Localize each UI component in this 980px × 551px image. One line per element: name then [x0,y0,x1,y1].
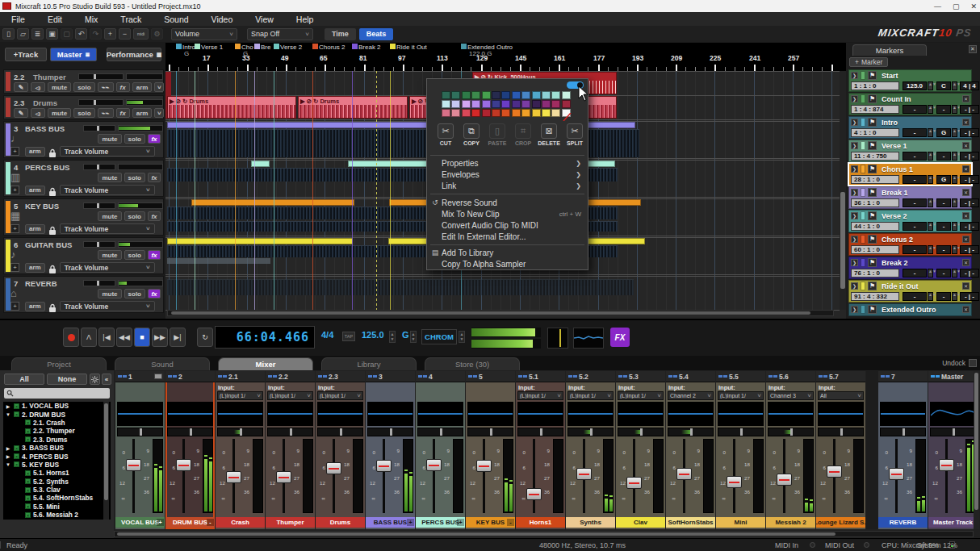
marker-tempo[interactable]: - [903,128,927,137]
color-swatch[interactable] [532,100,541,108]
channel-label[interactable]: PERCS BUS+ [416,517,465,528]
copy-icon[interactable]: ⧉COPY [459,123,484,146]
tree-item[interactable]: ✕5.5. Mini [3,503,111,511]
collapse-panel-button[interactable]: « [102,374,111,385]
speaker-icon[interactable]: ◁) [31,82,45,92]
color-swatch[interactable] [512,109,521,117]
filter-all-button[interactable]: All [4,374,44,385]
go-to-end-button[interactable]: ▶| [170,328,186,347]
audio-clip-drums[interactable]: ▶⊘↻Drums [298,96,408,119]
track-guitar-bus[interactable]: 6GUITAR BUS♪mutesolofx+armTrack Volume˅ [3,237,164,274]
chevron-collapsed-icon[interactable]: ▶ [5,403,11,409]
color-swatch[interactable] [542,100,551,108]
delete-icon[interactable]: ⊠DELETE [537,123,561,146]
pan-thumb[interactable] [290,428,292,436]
pan-thumb[interactable] [140,428,142,436]
key-spinner[interactable]: ▲▼ [952,175,957,184]
arm-button[interactable]: arm [132,82,153,92]
scissors-icon[interactable]: ✂CUT [433,123,458,146]
delete-marker-icon[interactable]: ✕ [962,236,970,243]
channel-strip-5.7[interactable]: 5.7Input:All˅0612∞9182736Lounge Lizard S… [816,371,865,529]
expand-channel-button[interactable]: - [507,519,514,526]
marker-flag-icon[interactable] [274,44,279,49]
mute-button[interactable]: mute [98,289,121,298]
marker-row-intro[interactable]: ❯⚑Intro✕4 : 1 : 0-▲▼G▲▼- | - [848,116,972,139]
channel-strip-5.2[interactable]: 5.2Input:(L)Input 1/˅0612∞9182736Synths [566,371,615,529]
solo-button[interactable]: solo [124,211,145,221]
marker-flag-icon[interactable] [352,44,358,49]
channel-label[interactable]: KEY BUS- [466,517,515,528]
fx-button[interactable]: fx [148,250,161,260]
channel-label[interactable]: Crash [216,517,265,528]
audio-clip-drums[interactable]: ▶⊘↻Drums [167,96,296,119]
marker-position[interactable]: 36 : 1 : 0 [851,198,899,207]
tree-item[interactable]: ▼✕5. KEY BUS [3,461,111,469]
channel-strip-4[interactable]: 40612∞9182736PERCS BUS+ [416,371,465,529]
go-to-start-button[interactable]: |◀ [98,328,115,347]
menu-edit[interactable]: Edit [36,15,73,24]
marker-key[interactable]: G [936,128,951,137]
checkbox-icon[interactable]: ✕ [14,403,19,409]
checkbox-icon[interactable]: ✕ [25,478,31,484]
marker-position[interactable]: 76 : 1 : 0 [851,269,899,278]
color-swatch[interactable] [542,109,551,117]
eq-display[interactable] [930,402,976,426]
marker-flag-icon[interactable] [254,44,260,49]
delete-marker-icon[interactable]: ✕ [962,142,970,149]
marker-color-chip[interactable] [861,141,865,150]
marker-timesig[interactable]: - | - [960,198,979,207]
input-select[interactable]: (L)Input 1/˅ [267,391,313,400]
pencil-icon[interactable]: ✎ [14,82,28,92]
color-swatch[interactable] [471,100,480,108]
marker-row-start[interactable]: ❯⚑Start1 : 1 : 0125.0▲▼C▲▼4 | 4 [848,69,972,92]
clip-wave-reverb[interactable] [167,279,634,295]
beats-mode-button[interactable]: Beats [359,28,394,40]
arm-button[interactable]: arm [25,302,45,311]
tree-scrollbar[interactable] [103,402,109,520]
input-select[interactable]: All˅ [818,391,864,400]
color-swatch[interactable] [462,100,471,108]
delete-marker-icon[interactable]: ✕ [962,95,970,102]
pan-thumb[interactable] [590,428,593,436]
redo-icon[interactable]: ↷ [90,28,102,40]
expand-channel-button[interactable]: + [457,519,464,526]
color-swatch[interactable] [532,91,541,99]
color-swatch[interactable] [492,91,500,99]
input-select[interactable]: (L)Input 1/˅ [217,391,263,400]
tree-item[interactable]: ✕5.4. SoftHornStabs [3,494,111,502]
expand-channel-button[interactable]: + [407,519,414,526]
eq-display[interactable] [417,402,463,426]
tab-sound[interactable]: Sound [115,357,210,370]
menu-mix[interactable]: Mix [73,15,109,24]
color-swatch[interactable] [512,100,521,108]
no-loop-icon[interactable]: ⊘ [418,98,423,105]
marker-timesig[interactable]: - | - [960,222,979,231]
eq-display[interactable] [367,402,413,426]
marker-timesig[interactable]: - | - [960,152,979,161]
checkbox-icon[interactable]: ✕ [14,445,19,451]
menu-view[interactable]: View [244,15,285,24]
time-mode-button[interactable]: Time [325,28,356,40]
add-track-button[interactable]: +Track [5,48,47,61]
solo-button[interactable]: solo [124,250,145,260]
marker-position[interactable]: 1 : 1 : 0 [851,81,899,90]
channel-strip-5.1[interactable]: 5.1Input:(L)Input 1/˅0612∞9182736Horns1 [516,371,565,529]
checkbox-icon[interactable]: ✕ [25,503,31,509]
color-swatch[interactable] [551,100,560,108]
pan-thumb[interactable] [640,428,643,436]
eq-display[interactable] [267,402,313,426]
mute-button[interactable]: mute [98,250,121,260]
pan-slider[interactable] [167,428,213,436]
key-spinner[interactable]: ▲▼ [952,105,957,114]
color-swatch[interactable] [501,100,510,108]
channel-strip-2.1[interactable]: 2.1Input:(L)Input 1/˅0612∞9182736Crash [216,371,265,529]
undock-button[interactable]: Undock [942,359,965,367]
color-swatch[interactable] [442,100,450,108]
input-select[interactable]: (L)Input 1/˅ [517,391,563,400]
checkbox-icon[interactable]: ✕ [25,487,31,493]
expand-track-button[interactable]: + [10,224,19,233]
master-fx-button[interactable]: FX [610,328,630,347]
play-icon[interactable]: ▶ [412,98,417,105]
expand-track-button[interactable]: + [10,302,19,311]
pan-thumb[interactable] [240,428,242,436]
